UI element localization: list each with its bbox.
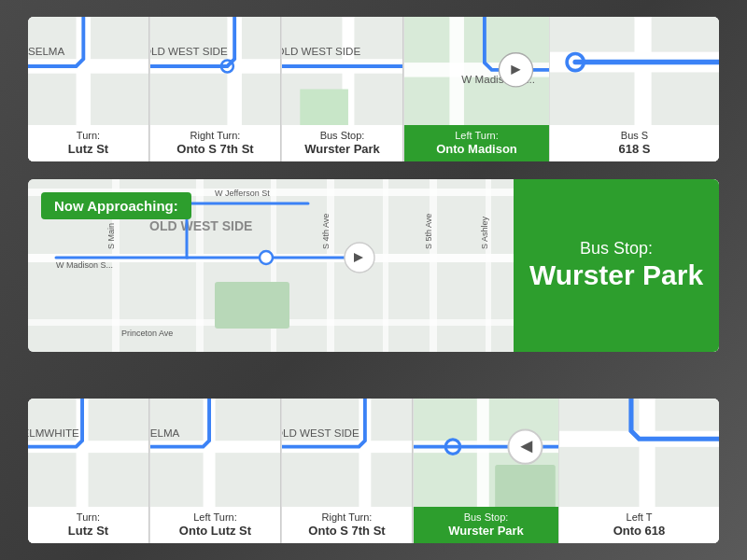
svg-rect-43: [215, 282, 289, 329]
tile-b5-leftturn-618[interactable]: Left T Onto 618: [559, 399, 719, 543]
svg-text:S Main: S Main: [106, 223, 116, 249]
tile-t5-label: Bus S 618 S: [550, 125, 719, 161]
svg-rect-32: [430, 179, 437, 352]
svg-rect-28: [196, 179, 204, 352]
bottom-navigation-strip: ELMWHITE Turn: Lutz St SELMA Left Turn: …: [28, 399, 719, 543]
tile-b1-turn-lutz[interactable]: ELMWHITE Turn: Lutz St: [28, 399, 149, 543]
tile-leftturn-madison[interactable]: W Madison S... Left Turn: Onto Madison: [404, 17, 549, 161]
svg-point-44: [260, 251, 273, 264]
tile-b4-label: Bus Stop: Wurster Park: [414, 507, 558, 543]
tile-turn-lutz[interactable]: SELMA Turn: Lutz St: [28, 17, 149, 161]
tile-b5-label: Left T Onto 618: [559, 507, 719, 543]
svg-text:W Jefferson St: W Jefferson St: [215, 189, 270, 198]
tile-b3-rightturn-7th[interactable]: OLD WEST SIDE Right Turn: Onto S 7th St: [282, 399, 413, 543]
tile-b2-label: Left Turn: Onto Lutz St: [150, 507, 280, 543]
main-info-box: Bus Stop: Wurster Park: [514, 179, 719, 352]
svg-text:S 4th Ave: S 4th Ave: [321, 214, 331, 249]
svg-text:OLD WEST SIDE: OLD WEST SIDE: [150, 45, 228, 57]
svg-text:SELMA: SELMA: [28, 45, 65, 57]
tile-b1-label: Turn: Lutz St: [28, 507, 148, 543]
tile-t3-label: Bus Stop: Wurster Park: [282, 125, 402, 161]
svg-text:ELMWHITE: ELMWHITE: [28, 427, 79, 439]
now-approaching-badge: Now Approaching:: [41, 192, 191, 219]
svg-text:OLD WEST SIDE: OLD WEST SIDE: [282, 427, 359, 439]
main-map-display: W Jefferson St OLD WEST SIDE S Main S 4t…: [28, 179, 719, 352]
tile-t1-label: Turn: Lutz St: [28, 125, 148, 161]
svg-text:S Ashley: S Ashley: [480, 216, 489, 249]
svg-text:Princeton Ave: Princeton Ave: [121, 329, 173, 338]
main-info-label-main: Wurster Park: [529, 259, 703, 292]
tile-b4-busstop-wurster[interactable]: Bus Stop: Wurster Park: [414, 399, 558, 543]
svg-text:SELMA: SELMA: [150, 427, 180, 439]
tile-b3-label: Right Turn: Onto S 7th St: [282, 507, 412, 543]
svg-rect-12: [300, 90, 348, 126]
tile-rightturn-7th[interactable]: OLD WEST SIDE Right Turn: Onto S 7th St: [150, 17, 281, 161]
svg-rect-30: [327, 179, 334, 352]
tile-busstop-618[interactable]: Bus S 618 S: [550, 17, 719, 161]
svg-rect-31: [383, 179, 388, 352]
tile-t2-label: Right Turn: Onto S 7th St: [150, 125, 280, 161]
top-navigation-strip: SELMA Turn: Lutz St OLD WEST SIDE Right …: [28, 17, 719, 161]
tile-b2-leftturn-lutz[interactable]: SELMA Left Turn: Onto Lutz St: [150, 399, 281, 543]
svg-text:W Madison S...: W Madison S...: [56, 260, 113, 270]
svg-text:OLD WEST SIDE: OLD WEST SIDE: [149, 218, 252, 233]
tile-t4-label: Left Turn: Onto Madison: [404, 125, 549, 161]
svg-rect-33: [486, 179, 491, 352]
tile-busstop-wurster[interactable]: OLD WEST SIDE Bus Stop: Wurster Park: [282, 17, 403, 161]
svg-text:S 5th Ave: S 5th Ave: [424, 214, 433, 249]
main-info-label-top: Bus Stop:: [580, 239, 653, 259]
svg-text:OLD WEST SIDE: OLD WEST SIDE: [282, 45, 360, 57]
